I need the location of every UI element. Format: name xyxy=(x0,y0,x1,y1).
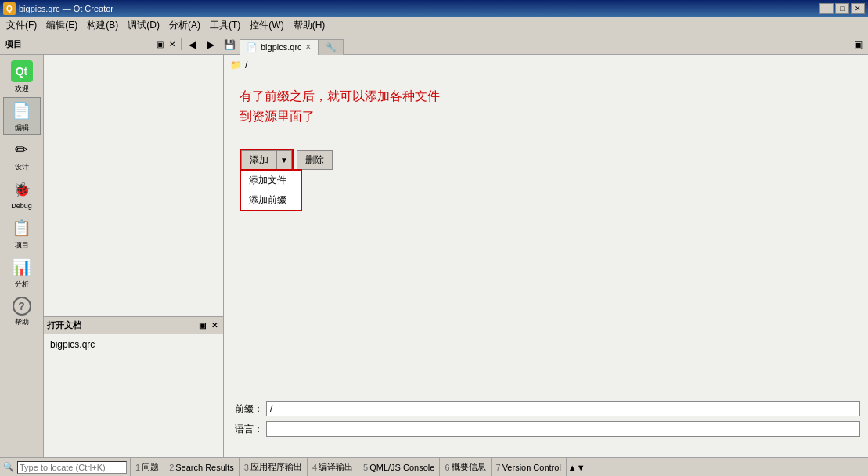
status-tab-issues[interactable]: 1 问题 xyxy=(131,458,164,476)
open-docs-close-btn[interactable]: ✕ xyxy=(209,320,220,331)
annotation-line2: 到资源里面了 xyxy=(240,106,440,127)
dropdown-container: 添加 ▼ 删除 添加文件 添加前缀 xyxy=(240,149,333,171)
add-button[interactable]: 添加 xyxy=(241,150,277,170)
open-docs-dock-btn[interactable]: ▣ xyxy=(196,320,207,331)
open-docs-title: 打开文档 xyxy=(47,319,81,331)
sidebar-label-projects: 项目 xyxy=(15,240,29,251)
add-prefix-item[interactable]: 添加前缀 xyxy=(241,190,301,210)
tab-num-qml: 5 xyxy=(363,463,368,472)
open-doc-item[interactable]: bigpics.qrc xyxy=(47,337,220,352)
status-tabs: 1 问题 2 Search Results 3 应用程序输出 4 编译输出 5 … xyxy=(131,458,868,476)
project-panel-title: 项目 xyxy=(5,38,22,50)
left-sidebar: Qt 欢迎 📄 编辑 ✏ 设计 🐞 Debug 📋 项目 📊 分析 ? 帮助 xyxy=(0,55,44,457)
menu-debug[interactable]: 调试(D) xyxy=(123,18,164,34)
sidebar-label-help: 帮助 xyxy=(15,317,29,327)
scroll-down-icon: ▼ xyxy=(577,463,585,472)
sidebar-item-projects[interactable]: 📋 项目 xyxy=(3,215,41,252)
sidebar-item-design[interactable]: ✏ 设计 xyxy=(3,136,41,174)
add-file-item[interactable]: 添加文件 xyxy=(241,171,301,190)
language-input[interactable] xyxy=(266,421,860,437)
project-tree xyxy=(44,55,223,316)
minimize-button[interactable]: ─ xyxy=(819,3,834,14)
menu-help[interactable]: 帮助(H) xyxy=(289,18,330,34)
status-tab-search[interactable]: 2 Search Results xyxy=(164,458,240,476)
status-bar: 🔍 1 问题 2 Search Results 3 应用程序输出 4 编译输出 … xyxy=(0,457,868,476)
status-tab-overview[interactable]: 6 概要信息 xyxy=(440,458,491,476)
folder-icon: 📁 xyxy=(230,60,242,70)
sidebar-label-design: 设计 xyxy=(15,162,29,172)
project-panel-close-btn[interactable]: ✕ xyxy=(167,39,178,50)
menu-file[interactable]: 文件(F) xyxy=(2,18,41,34)
menu-widgets[interactable]: 控件(W) xyxy=(245,18,288,34)
qt-logo-icon: Qt xyxy=(11,60,33,82)
menu-build[interactable]: 构建(B) xyxy=(82,18,123,34)
tab-num-app: 3 xyxy=(244,463,249,472)
add-dropdown-menu: 添加文件 添加前缀 xyxy=(240,169,302,211)
toolbar: 项目 ▣ ✕ ◀ ▶ 💾 📄 bigpics.qrc ✕ 🔧 ▣ xyxy=(0,34,868,55)
close-button[interactable]: ✕ xyxy=(851,3,865,14)
sidebar-label-analyze: 分析 xyxy=(15,279,29,290)
sidebar-item-welcome[interactable]: Qt 欢迎 xyxy=(3,58,41,96)
menu-bar: 文件(F) 编辑(E) 构建(B) 调试(D) 分析(A) 工具(T) 控件(W… xyxy=(0,17,868,34)
sidebar-item-help[interactable]: ? 帮助 xyxy=(3,293,41,330)
maximize-button[interactable]: □ xyxy=(835,3,849,14)
main-layout: Qt 欢迎 📄 编辑 ✏ 设计 🐞 Debug 📋 项目 📊 分析 ? 帮助 xyxy=(0,55,868,457)
tab-extra[interactable]: 🔧 xyxy=(319,39,344,55)
tab-num-version: 7 xyxy=(496,463,501,472)
status-search-input[interactable] xyxy=(17,461,127,474)
left-panel: 打开文档 ▣ ✕ bigpics.qrc xyxy=(44,55,224,457)
file-tree-root-label: / xyxy=(245,60,247,70)
prefix-input[interactable] xyxy=(266,401,860,416)
editor-content: 📁 / 有了前缀之后，就可以添加各种文件 到资源里面了 添加 ▼ 删除 xyxy=(224,55,868,457)
sidebar-item-analyze[interactable]: 📊 分析 xyxy=(3,254,41,291)
tab-close-btn[interactable]: ✕ xyxy=(305,43,312,51)
status-tab-scroll-arrows[interactable]: ▲ ▼ xyxy=(567,463,587,472)
debug-icon: 🐞 xyxy=(11,178,33,200)
help-icon: ? xyxy=(13,297,31,316)
tab-label-version: Version Control xyxy=(502,463,561,472)
search-icon: 🔍 xyxy=(3,462,14,472)
add-dropdown-arrow[interactable]: ▼ xyxy=(277,150,292,170)
tab-label-overview: 概要信息 xyxy=(452,461,486,473)
menu-tools[interactable]: 工具(T) xyxy=(205,18,245,34)
title-bar-left: Q bigpics.qrc — Qt Creator xyxy=(3,2,113,15)
projects-icon: 📋 xyxy=(11,217,33,239)
open-docs-header: 打开文档 ▣ ✕ xyxy=(44,317,223,334)
toolbar-save-btn[interactable]: 💾 xyxy=(221,36,238,53)
project-panel-dock-btn[interactable]: ▣ xyxy=(154,39,165,50)
status-tab-compile[interactable]: 4 编译输出 xyxy=(308,458,358,476)
sidebar-label-welcome: 欢迎 xyxy=(15,84,29,94)
prefix-label: 前缀： xyxy=(232,402,263,416)
tab-label-issues: 问题 xyxy=(142,461,159,473)
toolbar-back-btn[interactable]: ◀ xyxy=(183,36,200,53)
right-panel: 📁 / 有了前缀之后，就可以添加各种文件 到资源里面了 添加 ▼ 删除 xyxy=(224,55,868,457)
menu-analyze[interactable]: 分析(A) xyxy=(164,18,205,34)
tab-num-compile: 4 xyxy=(312,463,317,472)
status-tab-app-output[interactable]: 3 应用程序输出 xyxy=(240,458,308,476)
fields-area: 前缀： 语言： xyxy=(224,401,868,442)
delete-button[interactable]: 删除 xyxy=(297,150,333,170)
title-bar: Q bigpics.qrc — Qt Creator ─ □ ✕ xyxy=(0,0,868,17)
toolbar-forward-btn[interactable]: ▶ xyxy=(202,36,219,53)
tab-num-overview: 6 xyxy=(445,463,449,472)
status-tab-version[interactable]: 7 Version Control xyxy=(492,458,567,476)
sidebar-item-edit[interactable]: 📄 编辑 xyxy=(3,97,41,135)
add-button-group: 添加 ▼ xyxy=(240,149,294,171)
status-tab-qml[interactable]: 5 QML/JS Console xyxy=(358,458,440,476)
annotation-text: 有了前缀之后，就可以添加各种文件 到资源里面了 xyxy=(240,86,440,126)
tab-label-search: Search Results xyxy=(175,463,234,472)
file-tree-root: 📁 / xyxy=(227,58,865,72)
menu-edit[interactable]: 编辑(E) xyxy=(41,18,82,34)
scroll-up-icon: ▲ xyxy=(568,463,577,472)
tab-bigpics-qrc[interactable]: 📄 bigpics.qrc ✕ xyxy=(240,39,319,55)
tab-label-compile: 编译输出 xyxy=(319,461,353,473)
toolbar-dock-btn[interactable]: ▣ xyxy=(849,36,866,53)
design-icon: ✏ xyxy=(11,139,33,160)
status-search: 🔍 xyxy=(0,458,131,476)
sidebar-item-debug[interactable]: 🐞 Debug xyxy=(3,175,41,213)
tab-num-issues: 1 xyxy=(135,463,140,472)
tab-num-search: 2 xyxy=(169,463,174,472)
app-icon: Q xyxy=(3,2,16,15)
open-docs-panel: 打开文档 ▣ ✕ bigpics.qrc xyxy=(44,316,223,457)
title-text: bigpics.qrc — Qt Creator xyxy=(19,4,113,13)
